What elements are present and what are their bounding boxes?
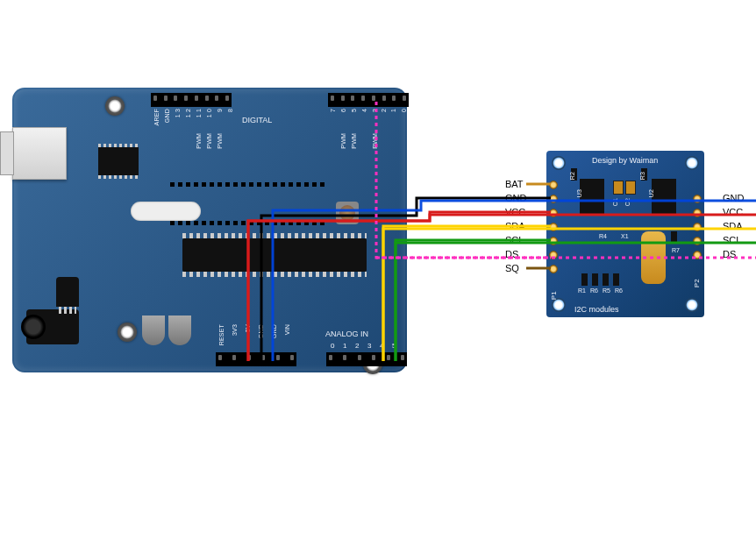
pin-label: 2 [381, 109, 387, 112]
silk: C1 [612, 198, 618, 206]
rtc-pin-sq [549, 265, 558, 273]
header-strip [216, 352, 296, 366]
pin-label: 4 [361, 109, 367, 112]
silk: R6 [590, 287, 598, 294]
ext-label: SCL [723, 235, 741, 245]
header-strip [328, 93, 409, 107]
smd-res [603, 273, 609, 286]
ext-label: GND [505, 193, 526, 203]
silk: U2 [648, 189, 654, 197]
pin-label: 0 [401, 109, 407, 112]
inner-socket-row [170, 182, 325, 187]
mount-hole [685, 298, 699, 312]
pin-label: 8 [227, 109, 233, 112]
rtc-pin-scl [549, 237, 558, 245]
smd-res [592, 273, 598, 286]
eeprom-ic [652, 179, 676, 214]
power-label: VIN [284, 324, 290, 335]
pwm-label: PWM [217, 133, 223, 149]
pwm-label: PWM [372, 133, 378, 149]
silk: C2 [624, 198, 631, 206]
rtc-pin-sda [549, 223, 558, 231]
ext-label: SDA [505, 221, 525, 231]
pin-label: 6 [340, 109, 346, 112]
pin-label: 1 3 [175, 109, 181, 117]
silk: P2 [693, 279, 701, 287]
power-label: RESET [218, 324, 225, 345]
digital-label: DIGITAL [242, 116, 272, 124]
smd-cap [613, 181, 624, 195]
silk: R1 [578, 287, 586, 294]
power-label: GND [271, 324, 277, 338]
pin-label: 7 [330, 109, 336, 112]
silk: X1 [621, 233, 629, 239]
rtc-pin-sda [693, 223, 702, 231]
design-label: Design by Waiman [592, 156, 658, 165]
smd-res [671, 231, 677, 244]
wiring-diagram: AREF GND 1 3 1 2 1 1 1 0 9 8 DIGITAL 7 6… [0, 0, 756, 553]
pin-label: 1 [390, 109, 396, 112]
ext-label: SQ [505, 263, 519, 273]
usb-cable-stub [0, 131, 14, 175]
ext-label: VCC [505, 207, 525, 217]
crystal-pill [131, 202, 201, 221]
silk: P1 [550, 291, 558, 300]
ext-label: BAT [505, 179, 524, 189]
voltage-regulator [56, 277, 79, 307]
pin-label: 1 2 [185, 109, 191, 117]
silk: R4 [599, 233, 607, 239]
silk: R3 [639, 172, 645, 180]
pwm-label: PWM [340, 133, 346, 149]
rtc-pin-gnd [693, 195, 702, 203]
mount-hole [685, 156, 699, 170]
crystal [641, 231, 666, 284]
header-strip [151, 93, 232, 107]
mount-hole [552, 156, 566, 170]
reset-button [336, 202, 359, 224]
pwm-label: PWM [351, 133, 357, 149]
pin-label: 9 [217, 109, 223, 112]
pwm-label: PWM [206, 133, 212, 149]
analog-num: 0 [331, 342, 334, 350]
rtc-pin-vcc [549, 209, 558, 217]
rtc-pin-bat [549, 181, 558, 189]
mount-hole [118, 323, 137, 342]
rtc-ic [580, 179, 604, 214]
pin-label: 1 1 [196, 109, 202, 117]
pin-label: AREF [153, 109, 160, 125]
pin-label: GND [164, 109, 170, 123]
mount-hole [552, 298, 566, 312]
rtc-pin-ds [549, 251, 558, 259]
rtc-pin-vcc [693, 209, 702, 217]
analog-num: 1 [343, 342, 346, 350]
capacitor [142, 315, 165, 345]
silk: U3 [576, 189, 582, 197]
analog-num: 5 [392, 342, 396, 350]
usb-chip [98, 147, 139, 175]
analog-num: 4 [380, 342, 383, 350]
ext-label: VCC [723, 207, 743, 217]
inner-socket-row [170, 221, 325, 225]
silk: R2 [569, 172, 575, 180]
power-jack [26, 309, 79, 344]
ext-label: DS [505, 249, 518, 259]
smd-res [613, 273, 619, 286]
usb-connector [12, 127, 67, 180]
smd-cap [625, 181, 636, 195]
rtc-pin-scl [693, 237, 702, 245]
power-label: 3V3 [232, 324, 238, 336]
atmega-chip [182, 238, 367, 272]
capacitor [168, 315, 191, 345]
ext-label: SDA [723, 221, 743, 231]
silk: R6 [615, 287, 623, 294]
power-label: GND [258, 324, 264, 338]
ext-label: SCL [505, 235, 524, 245]
arduino-board: AREF GND 1 3 1 2 1 1 1 0 9 8 DIGITAL 7 6… [12, 88, 407, 372]
rtc-pin-gnd [549, 195, 558, 203]
mount-hole [105, 96, 125, 116]
silk: R7 [672, 247, 680, 253]
pin-label: 5 [351, 109, 357, 112]
analog-num: 2 [355, 342, 359, 350]
power-label: 5V [245, 324, 251, 332]
analog-num: 3 [367, 342, 371, 350]
